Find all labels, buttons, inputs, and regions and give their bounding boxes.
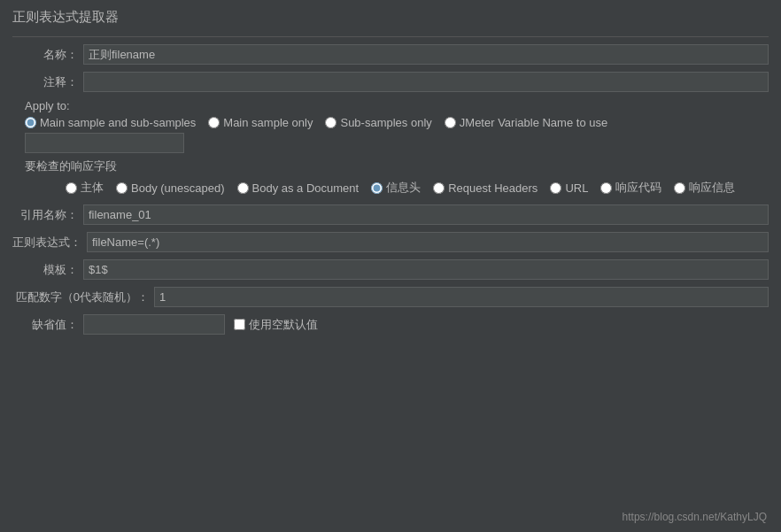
match-no-label: 匹配数字（0代表随机）： bbox=[12, 289, 154, 305]
response-fields-label: 要检查的响应字段 bbox=[25, 158, 769, 174]
apply-to-radio-group: Main sample and sub-samples Main sample … bbox=[25, 116, 769, 153]
comment-input[interactable] bbox=[83, 72, 769, 92]
rf7[interactable]: 响应代码 bbox=[600, 180, 661, 196]
panel-title: 正则表达式提取器 bbox=[12, 9, 769, 26]
apply-opt2-label: Main sample only bbox=[223, 116, 313, 129]
ref-name-label: 引用名称： bbox=[12, 207, 83, 223]
template-label: 模板： bbox=[12, 262, 83, 278]
apply-opt4-label: JMeter Variable Name to use bbox=[460, 116, 607, 129]
rf8-label: 响应信息 bbox=[689, 180, 735, 196]
rf5-label: Request Headers bbox=[448, 181, 537, 195]
match-no-row: 匹配数字（0代表随机）： bbox=[12, 287, 769, 307]
name-label: 名称： bbox=[12, 47, 83, 63]
rf4-label: 信息头 bbox=[386, 180, 421, 196]
regex-label: 正则表达式： bbox=[12, 235, 87, 251]
template-input[interactable] bbox=[83, 259, 769, 280]
apply-opt3-label: Sub-samples only bbox=[340, 116, 431, 129]
name-input[interactable] bbox=[83, 44, 769, 65]
rf2[interactable]: Body (unescaped) bbox=[116, 181, 225, 195]
rf6[interactable]: URL bbox=[550, 181, 588, 195]
rf3[interactable]: Body as a Document bbox=[237, 181, 360, 195]
rf7-label: 响应代码 bbox=[615, 180, 661, 196]
apply-opt1[interactable]: Main sample and sub-samples bbox=[25, 116, 196, 129]
ref-name-input[interactable] bbox=[83, 204, 769, 225]
rf2-label: Body (unescaped) bbox=[131, 181, 225, 195]
regex-row: 正则表达式： bbox=[12, 232, 769, 252]
use-empty-default-label: 使用空默认值 bbox=[249, 317, 318, 333]
rf1-label: 主体 bbox=[81, 180, 104, 196]
rf1[interactable]: 主体 bbox=[66, 180, 104, 196]
jmeter-var-input[interactable] bbox=[25, 133, 184, 153]
apply-opt4[interactable]: JMeter Variable Name to use bbox=[445, 116, 607, 129]
match-no-input[interactable] bbox=[154, 287, 769, 307]
apply-opt2[interactable]: Main sample only bbox=[208, 116, 313, 129]
rf4[interactable]: 信息头 bbox=[371, 180, 421, 196]
default-input[interactable] bbox=[83, 314, 225, 335]
rf5[interactable]: Request Headers bbox=[433, 181, 537, 195]
rf6-label: URL bbox=[565, 181, 588, 195]
comment-label: 注释： bbox=[12, 74, 83, 90]
use-empty-default-checkbox[interactable] bbox=[234, 319, 245, 330]
default-label: 缺省值： bbox=[12, 317, 83, 333]
regex-input[interactable] bbox=[87, 232, 769, 252]
rf3-label: Body as a Document bbox=[252, 181, 360, 195]
apply-opt1-label: Main sample and sub-samples bbox=[40, 116, 196, 129]
watermark: https://blog.csdn.net/KathyLJQ bbox=[622, 511, 767, 523]
ref-name-row: 引用名称： bbox=[12, 204, 769, 225]
main-panel: 正则表达式提取器 名称： 注释： Apply to: Main sample a… bbox=[0, 0, 781, 532]
comment-row: 注释： bbox=[12, 72, 769, 92]
rf8[interactable]: 响应信息 bbox=[674, 180, 735, 196]
apply-opt3[interactable]: Sub-samples only bbox=[325, 116, 431, 129]
default-row: 缺省值： 使用空默认值 bbox=[12, 314, 769, 335]
use-empty-default-checkbox-group[interactable]: 使用空默认值 bbox=[234, 317, 318, 333]
response-fields-group: 主体 Body (unescaped) Body as a Document 信… bbox=[12, 180, 769, 196]
apply-to-label: Apply to: bbox=[25, 99, 769, 112]
apply-to-group: Apply to: Main sample and sub-samples Ma… bbox=[12, 99, 769, 153]
name-row: 名称： bbox=[12, 44, 769, 65]
template-row: 模板： bbox=[12, 259, 769, 280]
